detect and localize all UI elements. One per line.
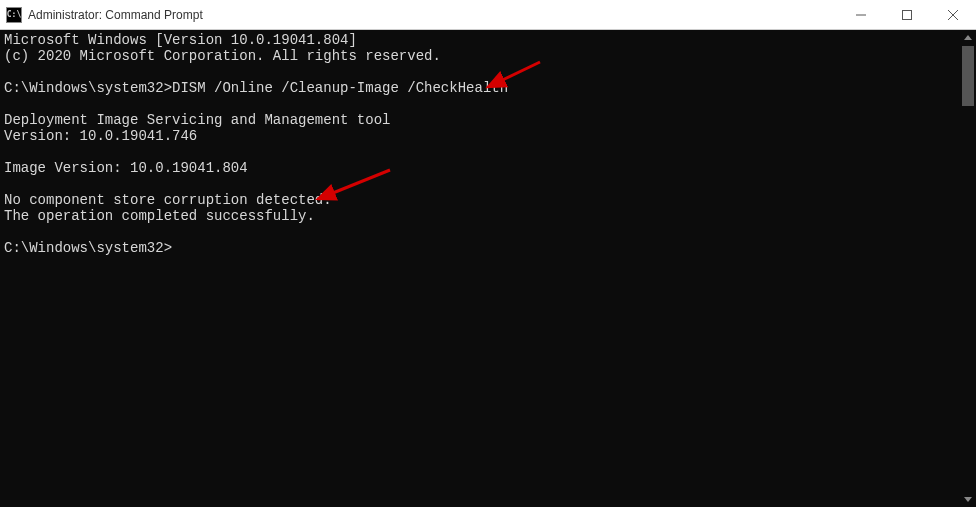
titlebar[interactable]: C:\ Administrator: Command Prompt [0,0,976,30]
svg-rect-1 [903,10,912,19]
close-button[interactable] [930,0,976,29]
scrollbar-thumb[interactable] [962,46,974,106]
window-title: Administrator: Command Prompt [28,8,203,22]
scrollbar[interactable] [960,30,976,507]
title-left: C:\ Administrator: Command Prompt [6,7,203,23]
minimize-button[interactable] [838,0,884,29]
scroll-down-icon[interactable] [960,491,976,507]
cmd-icon: C:\ [6,7,22,23]
terminal-wrap: Microsoft Windows [Version 10.0.19041.80… [0,30,976,507]
scroll-up-icon[interactable] [960,30,976,46]
maximize-button[interactable] [884,0,930,29]
window-controls [838,0,976,29]
terminal-output[interactable]: Microsoft Windows [Version 10.0.19041.80… [0,30,960,507]
